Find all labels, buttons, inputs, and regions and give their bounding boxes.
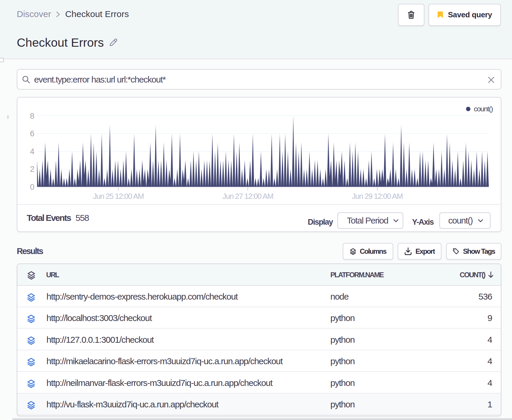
svg-text:8: 8 (30, 112, 34, 120)
svg-text:6: 6 (30, 129, 34, 138)
svg-text:Jun 27 12:00 AM: Jun 27 12:00 AM (222, 192, 273, 201)
svg-text:0: 0 (30, 183, 34, 191)
svg-text:4: 4 (30, 147, 34, 156)
svg-text:count(): count() (474, 105, 493, 113)
svg-text:2: 2 (30, 165, 34, 174)
svg-text:Jun 29 12:00 AM: Jun 29 12:00 AM (352, 192, 403, 201)
svg-text:Jun 25 12:00 AM: Jun 25 12:00 AM (93, 192, 144, 201)
